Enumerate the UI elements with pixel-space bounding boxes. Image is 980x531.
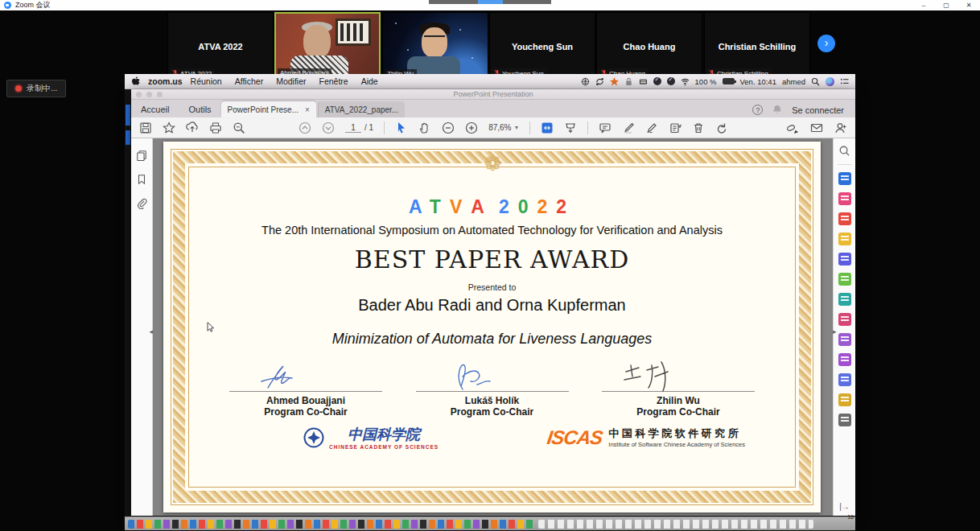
fill-sign-icon[interactable]: [645, 121, 658, 134]
document-area[interactable]: ❁ ATVA2022 The 20th International Sympos…: [153, 138, 833, 516]
search-icon[interactable]: [233, 121, 245, 134]
expand-panel-icon[interactable]: |→: [839, 502, 850, 511]
video-tile-youcheng-sun[interactable]: Youcheng Sun Youcheng Sun: [489, 12, 595, 80]
video-tile-christian-schilling[interactable]: Christian Schilling Christian Schilling: [704, 12, 810, 80]
tab-close-icon[interactable]: ×: [305, 105, 310, 114]
minimize-button[interactable]: –: [912, 2, 935, 9]
menu-fenetre[interactable]: Fenêtre: [319, 76, 348, 86]
shield-status-icon[interactable]: [667, 77, 675, 85]
combine-files-icon[interactable]: [838, 253, 851, 266]
recording-label: 录制中...: [27, 83, 57, 94]
certificate-page: ❁ ATVA2022 The 20th International Sympos…: [163, 142, 821, 512]
input-source-icon[interactable]: [581, 77, 590, 86]
compress-pdf-icon[interactable]: [838, 293, 851, 306]
recording-dot-icon: [15, 85, 22, 92]
window-title: Zoom 会议: [15, 0, 51, 10]
video-tile-chao-huang[interactable]: Chao Huang Chao Huang: [596, 12, 702, 80]
export-pdf-icon[interactable]: [838, 172, 851, 185]
print-icon[interactable]: [209, 121, 222, 134]
comment-tool-icon[interactable]: [838, 233, 851, 245]
logo-row: 中国科学院 CHINESE ACADEMY OF SCIENCES ISCAS …: [207, 425, 777, 450]
hand-tool-icon[interactable]: [418, 121, 431, 134]
bookmarks-icon[interactable]: [136, 174, 147, 185]
video-tile-ahmed-bouajjani[interactable]: Ahmed Bouajjani: [274, 12, 381, 80]
comment-icon[interactable]: [599, 121, 611, 134]
dock-app-icons[interactable]: [128, 520, 533, 529]
previous-page-icon[interactable]: [299, 121, 311, 134]
zoom-collapsed-controls[interactable]: [429, 0, 551, 4]
notification-bell-icon[interactable]: [772, 105, 782, 115]
apple-menu-icon[interactable]: [131, 76, 140, 87]
menubar-clock[interactable]: Ven. 10:41: [740, 77, 776, 86]
fill-sign-tool-icon[interactable]: [838, 373, 851, 386]
stamp-icon[interactable]: [669, 121, 681, 134]
siri-icon[interactable]: [826, 77, 834, 86]
tab-atva-2022-paper[interactable]: ATVA_2022_paper...: [318, 101, 405, 117]
attach-link-icon[interactable]: [786, 121, 799, 134]
delete-icon[interactable]: [692, 121, 705, 134]
select-tool-icon[interactable]: [395, 121, 408, 134]
menubar-app-name[interactable]: zoom.us: [148, 76, 183, 86]
next-page-icon[interactable]: [322, 121, 335, 134]
scan-ocr-icon[interactable]: [838, 353, 851, 366]
search-tools-icon[interactable]: [838, 145, 850, 157]
zoom-out-icon[interactable]: [442, 121, 455, 134]
menu-afficher[interactable]: Afficher: [235, 76, 263, 86]
close-button[interactable]: ✕: [957, 2, 980, 9]
attachments-icon[interactable]: [136, 198, 147, 209]
sign-in-button[interactable]: Se connecter: [792, 105, 844, 115]
collapse-right-panel-icon[interactable]: ▸: [833, 327, 837, 335]
keyboard-icon[interactable]: [639, 77, 648, 86]
sync-status-icon[interactable]: [595, 77, 604, 86]
undo-icon[interactable]: [715, 121, 728, 134]
menubar-user[interactable]: ahmed: [782, 77, 805, 86]
tab-accueil[interactable]: Accueil: [131, 105, 179, 117]
redact-icon[interactable]: [838, 313, 851, 326]
save-icon[interactable]: [139, 121, 152, 134]
tab-outils[interactable]: Outils: [179, 105, 220, 117]
zoom-in-icon[interactable]: [465, 121, 478, 134]
next-participants-button[interactable]: ›: [817, 35, 835, 52]
page-number-input[interactable]: 1: [345, 123, 361, 133]
protect-icon[interactable]: [838, 333, 851, 346]
tab-powerpoint-presentation[interactable]: PowerPoint Prese... ×: [221, 101, 316, 117]
wifi-icon[interactable]: [681, 77, 690, 86]
signature-lukas-holik: [416, 359, 513, 394]
share-with-people-icon[interactable]: [834, 121, 847, 134]
antivirus-star-icon[interactable]: [610, 77, 619, 86]
lock-icon[interactable]: [624, 77, 633, 86]
more-tools-icon[interactable]: [838, 414, 851, 426]
highlight-icon[interactable]: [622, 121, 635, 134]
desktop-edge-artifact: [126, 105, 130, 126]
certificate-subtitle: The 20th International Symposium on Auto…: [207, 224, 777, 237]
email-icon[interactable]: [810, 121, 823, 134]
maximize-button[interactable]: ▢: [935, 2, 957, 9]
acrobat-left-panel: ◂: [131, 138, 153, 516]
create-pdf-icon[interactable]: [838, 212, 851, 225]
read-mode-icon[interactable]: [564, 121, 577, 134]
page-thumbnails-icon[interactable]: [136, 150, 147, 161]
share-upload-icon[interactable]: [186, 121, 199, 134]
page-fit-icon[interactable]: [541, 121, 554, 134]
acrobat-toolbar: 1 / 1 87,6%▼: [131, 117, 855, 138]
star-icon[interactable]: [163, 121, 175, 134]
notification-center-icon[interactable]: [840, 77, 849, 86]
video-tile-zhilin-wu[interactable]: Zhilin Wu: [382, 12, 488, 80]
paper-title: Minimization of Automata for Liveness La…: [207, 320, 777, 348]
menu-modifier[interactable]: Modifier: [276, 76, 306, 86]
signature-block: Zhilin Wu Program Co-Chair: [602, 359, 755, 418]
menu-reunion[interactable]: Réunion: [191, 76, 222, 86]
video-tile-atva-2022[interactable]: ATVA 2022 ATVA 2022: [167, 12, 274, 80]
mac-dock[interactable]: 16: [125, 517, 855, 530]
spotlight-search-icon[interactable]: [811, 77, 820, 86]
send-for-comments-icon[interactable]: [838, 393, 851, 406]
organize-pages-icon[interactable]: [838, 273, 851, 286]
signature-block: Ahmed Bouajjani Program Co-Chair: [229, 359, 382, 418]
edit-pdf-icon[interactable]: [838, 192, 851, 205]
help-icon[interactable]: ?: [752, 105, 763, 115]
zoom-level-dropdown[interactable]: 87,6%▼: [488, 123, 519, 132]
menu-aide[interactable]: Aide: [361, 76, 378, 86]
dock-document-icons[interactable]: [538, 520, 813, 529]
onedrive-status-icon[interactable]: [653, 77, 661, 85]
recording-indicator[interactable]: 录制中...: [6, 80, 66, 97]
